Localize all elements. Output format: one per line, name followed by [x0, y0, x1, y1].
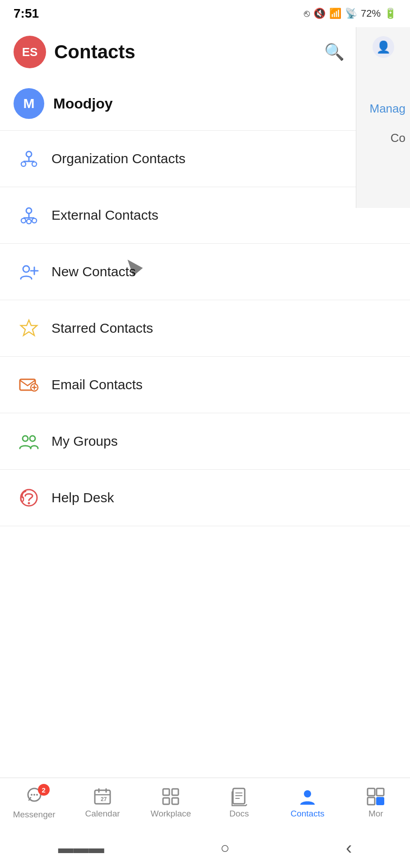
svg-text:27: 27 [101, 796, 107, 802]
svg-point-43 [304, 790, 311, 797]
menu-item-email[interactable]: Email Contacts [0, 357, 410, 413]
svg-point-21 [23, 436, 28, 441]
help-desk-label: Help Desk [51, 490, 114, 505]
battery-level: 72% [361, 8, 381, 19]
bluetooth-icon: ⎋ [304, 8, 310, 19]
search-icon[interactable]: 🔍 [324, 42, 345, 61]
svg-marker-16 [21, 320, 37, 335]
status-bar: 7:51 ⎋ 🔇 📶 📡 72% 🔋 [0, 0, 410, 27]
menu-item-org[interactable]: Organization Contacts [0, 131, 410, 187]
battery-icon: 🔋 [384, 8, 396, 19]
company-row[interactable]: M Moodjoy [0, 77, 410, 131]
contacts-partial: Co [391, 131, 410, 145]
messenger-label: Messenger [13, 810, 56, 820]
new-contacts-icon [14, 256, 44, 287]
ext-contacts-label: External Contacts [51, 208, 158, 223]
android-nav: ▬▬▬ ○ ‹ [0, 827, 410, 868]
svg-point-0 [26, 151, 32, 157]
calendar-icon: 27 [93, 787, 112, 807]
status-time: 7:51 [14, 6, 39, 21]
contacts-nav-icon [298, 787, 317, 807]
svg-rect-38 [172, 798, 178, 804]
starred-contacts-icon [14, 313, 44, 344]
mute-icon: 🔇 [313, 8, 326, 19]
contacts-nav-label: Contacts [290, 809, 324, 819]
nav-docs[interactable]: Docs [205, 787, 273, 819]
svg-point-29 [36, 794, 38, 796]
svg-point-11 [32, 218, 37, 223]
groups-icon [14, 426, 44, 457]
docs-icon [229, 787, 249, 807]
recent-apps-button[interactable]: ▬▬▬ [58, 839, 104, 857]
side-panel-icon[interactable]: 👤 [373, 36, 394, 58]
menu-list: Organization Contacts External Contacts [0, 131, 410, 526]
signal-icon: 📡 [345, 8, 357, 19]
svg-point-12 [27, 219, 31, 224]
groups-label: My Groups [51, 434, 118, 449]
home-button[interactable]: ○ [220, 839, 230, 857]
status-icons: ⎋ 🔇 📶 📡 72% 🔋 [304, 8, 396, 19]
svg-point-6 [26, 208, 32, 213]
user-avatar[interactable]: ES [14, 36, 46, 68]
svg-rect-46 [368, 797, 375, 805]
messenger-badge: 2 [38, 784, 50, 796]
header: ES Contacts 🔍 👤 ↗ [0, 27, 410, 77]
help-desk-icon [14, 482, 44, 513]
back-button[interactable]: ‹ [346, 838, 352, 858]
menu-item-help[interactable]: Help Desk [0, 470, 410, 526]
menu-item-star[interactable]: Starred Contacts [0, 300, 410, 357]
email-contacts-label: Email Contacts [51, 377, 143, 392]
svg-rect-47 [377, 797, 384, 805]
company-avatar: M [14, 88, 44, 119]
email-contacts-icon [14, 369, 44, 400]
starred-contacts-label: Starred Contacts [51, 321, 153, 336]
more-icon [366, 787, 386, 807]
svg-rect-36 [172, 789, 178, 795]
calendar-label: Calendar [85, 809, 120, 819]
nav-workplace[interactable]: Workplace [137, 787, 205, 819]
svg-point-24 [28, 502, 30, 505]
docs-label: Docs [229, 809, 249, 819]
new-contacts-label: New Contacts [51, 264, 136, 279]
menu-item-new[interactable]: New Contacts [0, 244, 410, 300]
svg-point-10 [21, 218, 26, 223]
bottom-nav: 2 Messenger 27 Calendar Workplace [0, 778, 410, 827]
org-contacts-icon [14, 143, 44, 174]
manage-link[interactable]: Manag [370, 102, 410, 116]
more-label: Mor [368, 809, 383, 819]
svg-point-4 [21, 162, 26, 166]
svg-rect-44 [368, 788, 375, 796]
svg-point-28 [33, 794, 35, 796]
svg-point-27 [31, 794, 33, 796]
menu-item-ext[interactable]: External Contacts [0, 187, 410, 244]
svg-rect-35 [163, 789, 169, 795]
svg-rect-37 [163, 798, 169, 804]
svg-point-5 [32, 162, 37, 166]
nav-more[interactable]: Mor [342, 787, 410, 819]
svg-point-13 [23, 266, 29, 272]
org-contacts-label: Organization Contacts [51, 151, 186, 166]
workplace-label: Workplace [151, 809, 191, 819]
nav-calendar[interactable]: 27 Calendar [68, 787, 136, 819]
nav-messenger[interactable]: 2 Messenger [0, 786, 68, 820]
page-title: Contacts [54, 41, 135, 63]
workplace-icon [161, 787, 181, 807]
nav-contacts[interactable]: Contacts [273, 787, 341, 819]
side-panel: 👤 [356, 27, 410, 208]
company-name: Moodjoy [53, 95, 113, 112]
svg-rect-45 [377, 788, 384, 796]
menu-item-groups[interactable]: My Groups [0, 413, 410, 470]
header-left: ES Contacts [14, 36, 135, 68]
wifi-icon: 📶 [329, 8, 341, 19]
svg-point-22 [30, 436, 35, 441]
ext-contacts-icon [14, 200, 44, 231]
